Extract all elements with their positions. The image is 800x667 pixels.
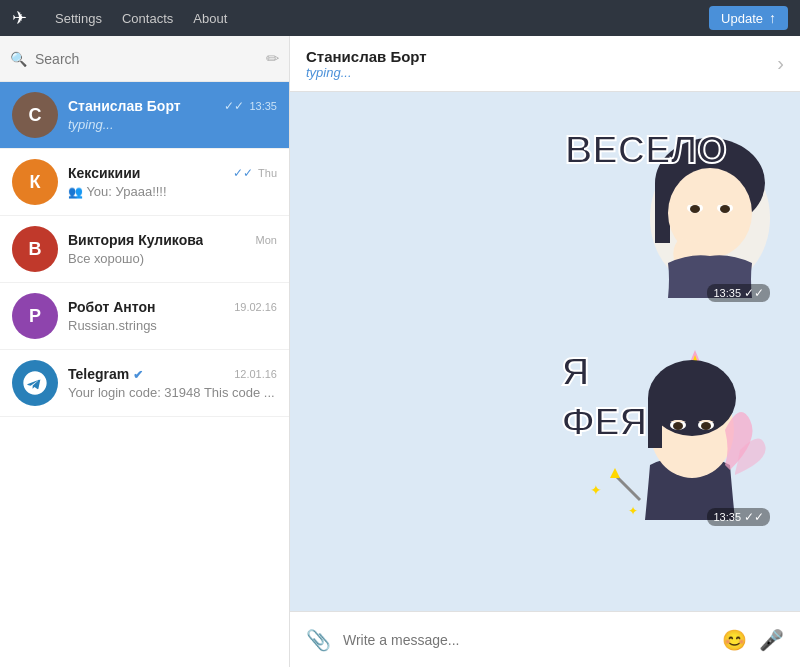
chat-time-telegram: 12.01.16 (234, 368, 277, 380)
contact-name: Станислав Борт (306, 48, 777, 65)
chat-header-bar: Станислав Борт typing... › (290, 36, 800, 92)
emoji-icon[interactable]: 😊 (722, 628, 747, 652)
menu-bar: ✈ Settings Contacts About Update ↑ (0, 0, 800, 36)
chat-name-victoria: Виктория Куликова (68, 232, 203, 248)
compose-icon[interactable]: ✏ (266, 49, 279, 68)
update-arrow-icon: ↑ (769, 10, 776, 26)
read-icon: ✓✓ (233, 166, 253, 180)
chat-info-keksikiiii: Кексикиии✓✓ Thu👥 You: Урааа!!!! (68, 165, 277, 199)
chat-preview-keksikiiii: 👥 You: Урааа!!!! (68, 184, 277, 199)
chat-preview-telegram: Your login code: 31948 This code ... (68, 385, 277, 400)
chat-item-stanislav[interactable]: ССтанислав Борт✓✓ 13:35typing... (0, 82, 289, 149)
input-area: 📎 😊 🎤 (290, 611, 800, 667)
chat-list: ССтанислав Борт✓✓ 13:35typing...ККексики… (0, 82, 289, 667)
contact-info: Станислав Борт typing... (306, 48, 777, 80)
chat-preview-victoria: Все хорошо) (68, 251, 277, 266)
svg-rect-2 (655, 183, 670, 243)
svg-text:✦: ✦ (628, 504, 638, 518)
read-check-icon: ✓✓ (744, 286, 764, 300)
verified-icon: ✔ (133, 368, 143, 382)
svg-text:Я: Я (562, 351, 589, 393)
telegram-logo: ✈ (12, 7, 27, 29)
chat-info-stanislav: Станислав Борт✓✓ 13:35typing... (68, 98, 277, 132)
attach-icon[interactable]: 📎 (306, 628, 331, 652)
chat-name-telegram: Telegram ✔ (68, 366, 143, 382)
fey-sticker-container: ✦ ✦ Я ФЕЯ (540, 320, 780, 534)
sticker-fey-time: 13:35 ✓✓ (707, 508, 770, 526)
messages-area: ВЕСЕЛО 13:35 ✓✓ (290, 92, 800, 611)
menu-about[interactable]: About (193, 11, 227, 26)
menu-settings[interactable]: Settings (55, 11, 102, 26)
sticker-fey: ✦ ✦ Я ФЕЯ 13:35 ✓✓ (540, 320, 780, 534)
chat-time-robot: 19.02.16 (234, 301, 277, 313)
read-check-icon-2: ✓✓ (744, 510, 764, 524)
group-icon: 👥 (68, 185, 83, 199)
chat-item-robot[interactable]: РРобот Антон19.02.16Russian.strings (0, 283, 289, 350)
menu-contacts[interactable]: Contacts (122, 11, 173, 26)
avatar-keksikiiii: К (12, 159, 58, 205)
chat-preview-stanislav: typing... (68, 117, 277, 132)
fey-svg: ✦ ✦ Я ФЕЯ (540, 320, 780, 530)
update-button[interactable]: Update ↑ (709, 6, 788, 30)
mic-icon[interactable]: 🎤 (759, 628, 784, 652)
chat-item-telegram[interactable]: Telegram ✔12.01.16Your login code: 31948… (0, 350, 289, 417)
sticker-veselo: ВЕСЕЛО 13:35 ✓✓ (540, 108, 780, 308)
chat-name-stanislav: Станислав Борт (68, 98, 181, 114)
sticker-veselo-time: 13:35 ✓✓ (707, 284, 770, 302)
svg-point-7 (720, 205, 730, 213)
search-input[interactable] (35, 51, 260, 67)
chat-preview-robot: Russian.strings (68, 318, 277, 333)
avatar-robot: Р (12, 293, 58, 339)
chat-item-keksikiiii[interactable]: ККексикиии✓✓ Thu👥 You: Урааа!!!! (0, 149, 289, 216)
chat-info-victoria: Виктория КуликоваMonВсе хорошо) (68, 232, 277, 266)
chat-item-victoria[interactable]: ВВиктория КуликоваMonВсе хорошо) (0, 216, 289, 283)
svg-line-19 (615, 475, 640, 500)
sidebar: 🔍 ✏ ССтанислав Борт✓✓ 13:35typing...ККек… (0, 36, 290, 667)
svg-point-6 (690, 205, 700, 213)
avatar-telegram (12, 360, 58, 406)
veselo-sticker-container: ВЕСЕЛО (540, 108, 780, 308)
svg-marker-20 (610, 468, 620, 478)
svg-point-17 (673, 422, 683, 430)
chat-time-victoria: Mon (256, 234, 277, 246)
svg-point-18 (701, 422, 711, 430)
search-icon: 🔍 (10, 51, 27, 67)
avatar-victoria: В (12, 226, 58, 272)
chevron-right-icon: › (777, 52, 784, 75)
avatar-stanislav: С (12, 92, 58, 138)
veselo-svg: ВЕСЕЛО (540, 108, 780, 308)
contact-status: typing... (306, 65, 777, 80)
svg-text:✦: ✦ (590, 482, 602, 498)
chat-name-robot: Робот Антон (68, 299, 155, 315)
main-layout: 🔍 ✏ ССтанислав Борт✓✓ 13:35typing...ККек… (0, 36, 800, 667)
svg-rect-14 (648, 398, 662, 448)
message-input[interactable] (343, 632, 710, 648)
svg-text:ФЕЯ: ФЕЯ (562, 401, 647, 443)
chat-name-keksikiiii: Кексикиии (68, 165, 140, 181)
search-bar: 🔍 ✏ (0, 36, 289, 82)
chat-area: Станислав Борт typing... › (290, 36, 800, 667)
chat-info-telegram: Telegram ✔12.01.16Your login code: 31948… (68, 366, 277, 400)
svg-text:ВЕСЕЛО: ВЕСЕЛО (565, 129, 727, 171)
chat-time-stanislav: ✓✓ 13:35 (224, 99, 277, 113)
chat-time-keksikiiii: ✓✓ Thu (233, 166, 277, 180)
chat-info-robot: Робот Антон19.02.16Russian.strings (68, 299, 277, 333)
read-icon: ✓✓ (224, 99, 244, 113)
